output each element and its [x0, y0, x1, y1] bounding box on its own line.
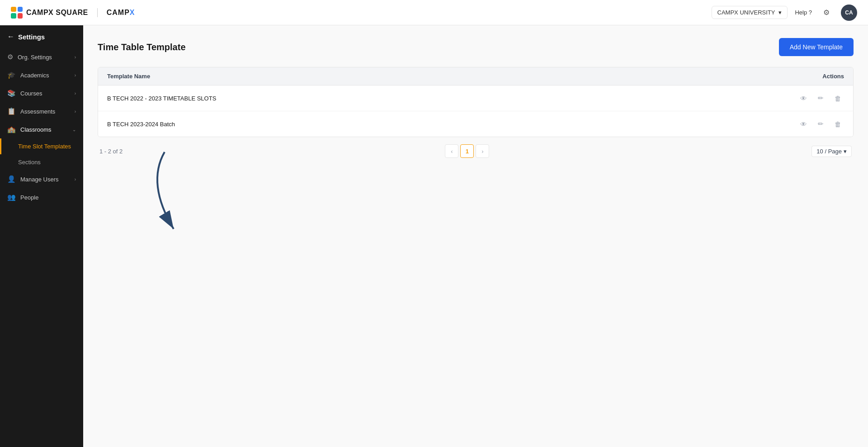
table-row-actions: 👁 ✏ 🗑 [772, 118, 844, 130]
header-logo-area: CAMPX SQUARE CAMPX [11, 7, 135, 19]
template-name-cell: B TECH 2022 - 2023 TIMETABLE SLOTS [107, 95, 772, 102]
sidebar-item-assessments[interactable]: 📋 Assessments › [0, 102, 83, 120]
assessments-icon: 📋 [7, 107, 16, 115]
academics-icon: 🎓 [7, 71, 16, 79]
classrooms-subnav: Time Slot Templates Sections [0, 138, 83, 170]
sidebar-item-courses[interactable]: 📚 Courses › [0, 84, 83, 102]
pagination-bar: 1 - 2 of 2 ‹ 1 › 10 / Page ▾ [98, 144, 854, 158]
help-button[interactable]: Help ? [795, 9, 812, 16]
user-avatar[interactable]: CA [841, 5, 857, 21]
edit-icon[interactable]: ✏ [814, 118, 827, 130]
logo-divider [97, 8, 98, 17]
sidebar-item-classrooms-label: Classrooms [20, 126, 52, 133]
back-arrow-icon: ← [7, 33, 14, 41]
app-body: ← Settings ⚙ Org. Settings › 🎓 Academics… [0, 25, 868, 447]
sidebar-item-courses-label: Courses [20, 90, 42, 97]
view-icon[interactable]: 👁 [797, 118, 810, 130]
table-row: B TECH 2023-2024 Batch 👁 ✏ 🗑 [98, 111, 853, 137]
templates-table: Template Name Actions B TECH 2022 - 2023… [98, 67, 854, 137]
brand-name: CAMPX [107, 9, 135, 17]
column-header-name: Template Name [107, 73, 772, 80]
top-header: CAMPX SQUARE CAMPX CAMPX UNIVERSITY ▾ He… [0, 0, 868, 25]
sidebar-nav: ⚙ Org. Settings › 🎓 Academics › 📚 Course… [0, 46, 83, 208]
edit-icon[interactable]: ✏ [814, 92, 827, 105]
header-right-area: CAMPX UNIVERSITY ▾ Help ? ⚙ CA [712, 5, 857, 21]
sidebar-item-org-settings[interactable]: ⚙ Org. Settings › [0, 48, 83, 66]
logo-text: CAMPX SQUARE [26, 9, 88, 17]
sections-label: Sections [18, 159, 41, 166]
delete-icon[interactable]: 🗑 [831, 92, 844, 105]
sidebar-item-people-label: People [20, 194, 38, 201]
prev-page-button[interactable]: ‹ [445, 144, 458, 158]
table-row: B TECH 2022 - 2023 TIMETABLE SLOTS 👁 ✏ 🗑 [98, 86, 853, 111]
page-header: Time Table Template Add New Template [98, 38, 854, 56]
sidebar-item-people[interactable]: 👥 People [0, 188, 83, 206]
delete-icon[interactable]: 🗑 [831, 118, 844, 130]
chevron-down-icon: ▾ [778, 9, 782, 16]
view-icon[interactable]: 👁 [797, 92, 810, 105]
chevron-right-icon: › [75, 55, 76, 60]
chevron-right-icon: › [75, 73, 76, 78]
org-settings-icon: ⚙ [7, 53, 13, 61]
chevron-right-icon: › [75, 91, 76, 96]
sidebar-item-classrooms[interactable]: 🏫 Classrooms ⌄ [0, 120, 83, 138]
per-page-selector[interactable]: 10 / Page ▾ [811, 146, 852, 157]
sidebar-back-label: Settings [18, 33, 45, 41]
courses-icon: 📚 [7, 89, 16, 97]
manage-users-icon: 👤 [7, 175, 16, 183]
annotation-arrow [137, 147, 228, 240]
pagination-info: 1 - 2 of 2 [99, 148, 123, 155]
sidebar-item-org-settings-label: Org. Settings [18, 54, 52, 61]
per-page-chevron-icon: ▾ [844, 148, 847, 155]
university-selector[interactable]: CAMPX UNIVERSITY ▾ [712, 6, 788, 19]
people-icon: 👥 [7, 193, 16, 201]
sidebar-item-assessments-label: Assessments [20, 108, 55, 115]
sidebar-item-manage-users-label: Manage Users [20, 176, 59, 183]
table-header: Template Name Actions [98, 67, 853, 86]
sidebar-item-academics-label: Academics [20, 72, 49, 79]
chevron-down-icon: ⌄ [72, 127, 76, 132]
template-name-cell: B TECH 2023-2024 Batch [107, 121, 772, 128]
sidebar: ← Settings ⚙ Org. Settings › 🎓 Academics… [0, 25, 83, 447]
page-1-button[interactable]: 1 [460, 144, 474, 158]
pagination-controls: ‹ 1 › [445, 144, 489, 158]
chevron-right-icon: › [75, 109, 76, 114]
table-row-actions: 👁 ✏ 🗑 [772, 92, 844, 105]
add-new-template-button[interactable]: Add New Template [779, 38, 854, 56]
classrooms-icon: 🏫 [7, 125, 16, 133]
main-content: Time Table Template Add New Template Tem… [83, 25, 868, 447]
column-header-actions: Actions [772, 73, 844, 80]
sidebar-item-manage-users[interactable]: 👤 Manage Users › [0, 170, 83, 188]
time-slot-templates-label: Time Slot Templates [18, 143, 71, 150]
sidebar-item-sections[interactable]: Sections [0, 154, 83, 170]
settings-gear-icon[interactable]: ⚙ [819, 5, 834, 20]
university-name: CAMPX UNIVERSITY [717, 9, 775, 16]
page-title: Time Table Template [98, 42, 186, 52]
per-page-label: 10 / Page [816, 148, 842, 155]
chevron-right-icon: › [75, 177, 76, 182]
sidebar-item-academics[interactable]: 🎓 Academics › [0, 66, 83, 84]
sidebar-back-button[interactable]: ← Settings [0, 25, 83, 46]
sidebar-item-time-slot-templates[interactable]: Time Slot Templates [0, 138, 83, 154]
next-page-button[interactable]: › [476, 144, 489, 158]
logo-grid-icon [11, 7, 23, 19]
